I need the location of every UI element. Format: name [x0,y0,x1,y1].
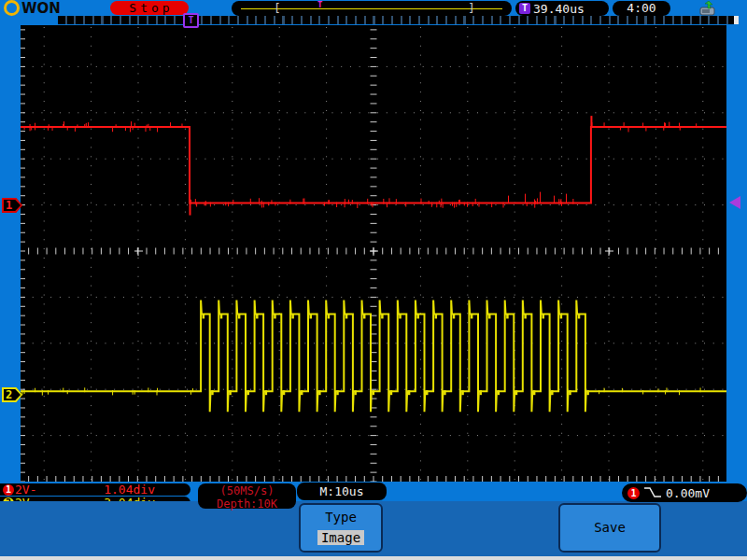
softkey-menu-strip: Type Image Save [0,501,747,556]
owon-logo-o-icon [4,0,20,16]
ruler-end-cap [734,16,739,24]
ch1-position-value: 1.04div [104,483,155,497]
bottom-edge-strip [0,556,747,560]
clock-readout: 4:00 [613,1,670,16]
ch1-status-pill: 1 2V- 1.04div [0,483,190,496]
ch2-trace [21,300,726,412]
graticule-grid [21,27,723,482]
timebase-readout: M:10us [297,483,387,500]
owon-logo: WON [4,0,61,16]
trigger-level-value: 0.00mV [666,486,710,500]
owon-logo-text: WON [21,0,61,17]
ch1-marker-number: 1 [2,198,22,213]
trigger-source-badge: 1 [627,487,640,499]
ch1-badge: 1 [3,484,14,496]
buffer-trigger-marker: T [317,0,322,9]
trigger-position-marker[interactable]: T [183,13,199,28]
buffer-window-left-bracket: [ [274,1,281,15]
horizontal-position-ruler[interactable] [58,16,736,24]
trigger-t-icon: T [519,3,530,14]
ch1-position-marker[interactable]: 1 [2,198,22,213]
sample-rate: (50MS/s) [198,484,296,497]
trigger-level-pill: 1 0.00mV [622,483,747,502]
ch2-position-marker[interactable]: 2 [2,387,22,402]
trigger-level-arrow-icon[interactable] [729,196,740,209]
memory-depth: Depth:10K [198,497,296,511]
type-button-label: Type [325,510,357,525]
usb-storage-icon [698,1,721,16]
trigger-offset-value: 39.40us [533,2,585,16]
run-state-badge[interactable]: Stop [110,1,189,15]
falling-edge-icon [643,487,662,498]
type-button[interactable]: Type Image [299,503,383,553]
acquisition-pill: (50MS/s) Depth:10K [198,483,296,509]
ch2-marker-number: 2 [2,387,22,402]
trigger-offset-readout: T 39.40us [515,1,609,16]
buffer-window-right-bracket: ] [468,1,475,15]
memory-buffer-indicator: [ ] T [232,1,512,16]
type-button-value[interactable]: Image [317,530,364,545]
oscilloscope-graticule [21,25,726,482]
save-button[interactable]: Save [558,503,661,553]
ch1-scale: 2V- [15,483,36,497]
